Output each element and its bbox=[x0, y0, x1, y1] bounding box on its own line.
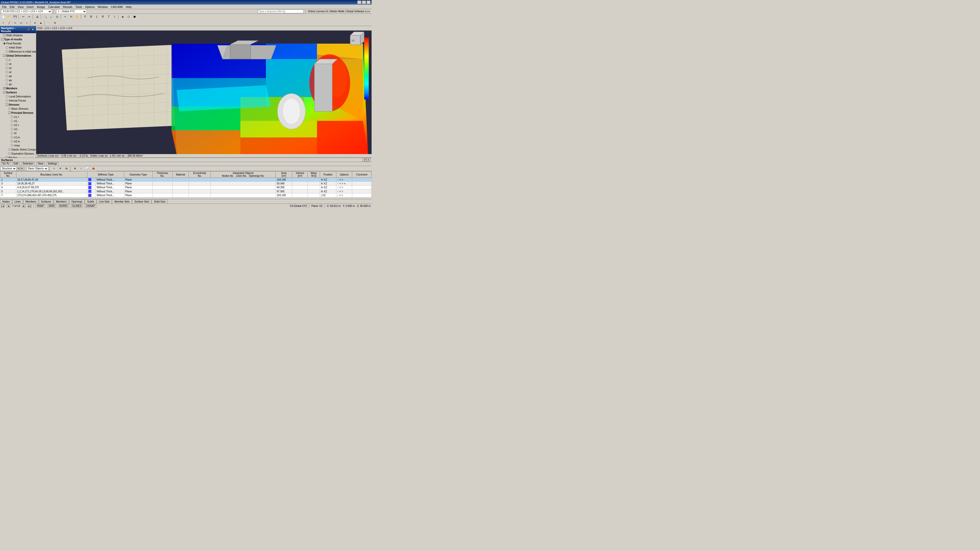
uy-radio[interactable] bbox=[6, 67, 8, 69]
menu-tools[interactable]: Tools bbox=[74, 5, 83, 9]
settings-menu[interactable]: Settings bbox=[46, 162, 58, 166]
print-button[interactable]: 🖨 bbox=[35, 14, 40, 19]
data-table[interactable]: SurfaceNo. Boundary Lines No. Stiffness … bbox=[0, 171, 372, 199]
tab-line-sets[interactable]: Line Sets bbox=[97, 200, 112, 203]
menu-file[interactable]: File bbox=[0, 5, 8, 9]
wireframe-button[interactable]: ⬡ bbox=[126, 14, 131, 19]
table-row[interactable]: 5 1,2,14,271,270,65-28,13,66,69,262,262.… bbox=[0, 189, 372, 193]
u-item[interactable]: u bbox=[0, 58, 36, 62]
view-menu[interactable]: View bbox=[37, 162, 45, 166]
grid-button[interactable]: GRID bbox=[47, 204, 56, 208]
expand-icon-members[interactable]: + bbox=[3, 87, 6, 89]
save-button[interactable]: 💾 bbox=[12, 14, 18, 19]
sigma2m-radio[interactable] bbox=[11, 128, 13, 130]
sigma1p-item[interactable]: σ1,+ bbox=[0, 115, 36, 119]
view-front-button[interactable]: F bbox=[83, 14, 88, 19]
minimize-button[interactable]: ─ bbox=[357, 0, 361, 4]
view-combo-dropdown[interactable]: 1 - Global XYZ bbox=[56, 9, 87, 14]
nav-pin-button[interactable]: 📌 bbox=[26, 28, 30, 32]
expand-icon-strains[interactable]: - bbox=[6, 156, 8, 158]
tau0-radio[interactable] bbox=[11, 132, 13, 135]
menu-results[interactable]: Results bbox=[62, 5, 74, 9]
structure-combo[interactable]: Structure bbox=[0, 167, 17, 171]
nav-first-btn[interactable]: |◄ bbox=[1, 204, 5, 208]
tab-member-sets[interactable]: Member Sets bbox=[112, 200, 132, 203]
close-button[interactable]: ✕ bbox=[366, 0, 371, 4]
u-radio[interactable] bbox=[6, 59, 8, 61]
phiy-radio[interactable] bbox=[6, 79, 8, 81]
menu-help[interactable]: Help bbox=[124, 5, 133, 9]
tab-members2[interactable]: Members bbox=[54, 200, 69, 203]
sigma1p-radio[interactable] bbox=[11, 116, 13, 118]
basic-stresses-radio[interactable] bbox=[8, 107, 11, 110]
sigma1avg-radio[interactable] bbox=[11, 136, 13, 138]
combo-right-btn[interactable]: ► bbox=[21, 167, 24, 170]
menu-cad-bim[interactable]: CAD-BIM bbox=[109, 5, 124, 9]
initial-state-radio[interactable] bbox=[6, 46, 8, 49]
uy-item[interactable]: uy bbox=[0, 66, 36, 70]
tau0-item[interactable]: τ0 bbox=[0, 131, 36, 135]
table-delete-btn[interactable]: ✕ bbox=[57, 166, 63, 171]
view-left-button[interactable]: L bbox=[94, 14, 100, 19]
phiz-radio[interactable] bbox=[6, 83, 8, 86]
expand-icon-stresses[interactable]: - bbox=[6, 103, 8, 106]
members-nav-item[interactable]: + Members bbox=[0, 86, 36, 90]
basic-objects-combo[interactable]: Basic Objects bbox=[27, 167, 48, 171]
selection-menu[interactable]: Selection bbox=[21, 162, 35, 166]
type-of-results-item[interactable]: - Type of results bbox=[0, 37, 36, 41]
elastic-stress-radio[interactable] bbox=[8, 148, 11, 151]
table-row[interactable]: 7 273,274,388,403-397,470-459,275 Withou… bbox=[0, 193, 372, 197]
nav-prev-btn[interactable]: ◄ bbox=[6, 204, 10, 208]
tab-surfaces[interactable]: Surfaces bbox=[39, 200, 53, 203]
members-button[interactable]: ═ bbox=[12, 20, 18, 25]
strains-item[interactable]: - Strains bbox=[0, 156, 36, 158]
new-button[interactable]: 📄 bbox=[0, 14, 6, 19]
phiy-item[interactable]: φy bbox=[0, 78, 36, 82]
nav-close-button[interactable]: ✕ bbox=[31, 28, 35, 32]
tab-openings[interactable]: Openings bbox=[69, 200, 85, 203]
3d-viewport[interactable]: XZ CO2 - LC1 + LC2 + LC3 + LC4 Loads [kN… bbox=[36, 30, 372, 154]
basic-stresses-item[interactable]: Basic Stresses bbox=[0, 106, 36, 111]
internal-forces-item[interactable]: Internal Forces bbox=[0, 98, 36, 103]
uz-item[interactable]: uz bbox=[0, 70, 36, 74]
sigma1avg-item[interactable]: σ1,m bbox=[0, 135, 36, 139]
edit-menu[interactable]: Edit bbox=[13, 162, 19, 166]
tab-members[interactable]: Members bbox=[23, 200, 38, 203]
menu-options[interactable]: Options bbox=[83, 5, 96, 9]
render-button[interactable]: ◈ bbox=[120, 14, 126, 19]
local-def-item[interactable]: Local Deformations bbox=[0, 94, 36, 98]
open-button[interactable]: 📂 bbox=[6, 14, 12, 19]
view-iso-button[interactable]: I bbox=[112, 14, 118, 19]
select-button[interactable]: ↖ bbox=[62, 14, 68, 19]
snap-button[interactable]: SNAP bbox=[36, 204, 45, 208]
uz-radio[interactable] bbox=[6, 71, 8, 73]
menu-insert[interactable]: Insert bbox=[25, 5, 35, 9]
sigma1m-item[interactable]: σ1,- bbox=[0, 119, 36, 123]
phiz-item[interactable]: φz bbox=[0, 82, 36, 86]
table-export-btn[interactable]: 📤 bbox=[91, 166, 96, 171]
supports-button[interactable]: ▲ bbox=[38, 20, 44, 25]
nodes-button[interactable]: • bbox=[0, 20, 6, 25]
mesh-button[interactable]: ⋱ bbox=[46, 20, 52, 25]
elastic-stress-item[interactable]: Elastic Stress Components bbox=[0, 148, 36, 151]
bgrid-button[interactable]: BGRID bbox=[58, 204, 69, 208]
table-copy-btn[interactable]: ⧉ bbox=[64, 166, 69, 171]
nav-next-btn[interactable]: ► bbox=[22, 204, 26, 208]
rotate-button[interactable]: ↻ bbox=[68, 14, 74, 19]
sigma2p-item[interactable]: σ2,+ bbox=[0, 123, 36, 127]
tab-nodes[interactable]: Nodes bbox=[0, 200, 12, 203]
table-close-button[interactable]: ✕ bbox=[366, 158, 371, 162]
loads-button[interactable]: ↡ bbox=[32, 20, 38, 25]
redo-button[interactable]: ↪ bbox=[26, 14, 32, 19]
expand-icon[interactable]: - bbox=[3, 34, 6, 37]
expand-icon-results[interactable]: - bbox=[1, 38, 3, 41]
tab-solid-sets[interactable]: Solid Sets bbox=[151, 200, 168, 203]
tab-lines[interactable]: Lines bbox=[12, 200, 23, 203]
table-row[interactable]: 4 4-9,26,8,37-58,270 Without Thick... Pl… bbox=[0, 186, 372, 189]
osnap-button[interactable]: OSNAP bbox=[85, 204, 96, 208]
surfaces-button[interactable]: ▭ bbox=[18, 20, 24, 25]
stresses-item[interactable]: - Stresses bbox=[0, 103, 36, 106]
equiv-stress-item[interactable]: Equivalent Stresses bbox=[0, 151, 36, 156]
solids-button[interactable]: ▪ bbox=[24, 20, 30, 25]
table-row[interactable]: 3 19-26,36-45,27 Without Thick... Plane … bbox=[0, 182, 372, 186]
